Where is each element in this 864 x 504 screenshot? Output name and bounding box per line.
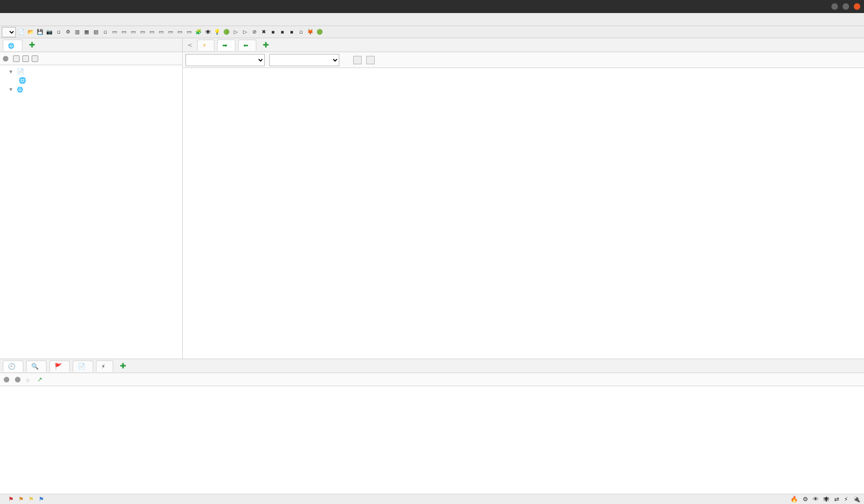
sites-subtoolbar	[0, 52, 182, 65]
scan-active-icon: ⚙	[802, 496, 808, 503]
add-tab-bottom[interactable]: ✚	[116, 361, 130, 370]
flag-info-icon: ⚑	[39, 496, 44, 503]
bottom-pane: 🕘 🔍 🚩 📄 ⚡ ✚ ⌕ ↗	[0, 359, 864, 494]
history-subbar: ⌕ ↗	[0, 373, 864, 386]
tab-hide-icon[interactable]: ▭	[148, 28, 156, 36]
scan-ajax-icon: 🕷	[823, 496, 830, 503]
statusbar: ⚑ ⚑ ⚑ ⚑ 🔥 ⚙ 👁 🕷 ⇄ ⚡ 🔌	[0, 494, 864, 504]
layout-horizontal-icon[interactable]	[353, 56, 362, 64]
main-split: ✚ ▾📄 🌐 ▾ < ⚡ ➡ ⬅ ✚	[0, 38, 864, 359]
window-titlebar	[0, 0, 864, 13]
request-toolbar	[183, 52, 864, 68]
add-tab-right[interactable]: ✚	[259, 41, 273, 49]
tab-expandall-icon[interactable]: ▭	[111, 28, 118, 36]
tab-search[interactable]: 🔍	[26, 361, 47, 372]
scan-fuzz-icon: ⇄	[834, 496, 839, 503]
globe-icon	[8, 42, 14, 49]
layout2-icon[interactable]: ▦	[83, 28, 90, 36]
tab-scroll-left-icon[interactable]: <	[185, 41, 194, 48]
layout1-icon[interactable]: ▥	[74, 28, 81, 36]
tab-quickstart[interactable]: ⚡	[197, 40, 214, 51]
spider-icon[interactable]: 🕷	[204, 28, 212, 36]
scan-forced-icon: ⚡	[844, 496, 848, 503]
link-with-proxy-icon[interactable]	[22, 55, 29, 62]
tab-sites[interactable]	[3, 40, 22, 51]
scan-icon[interactable]: ▷	[241, 28, 249, 36]
menubar	[0, 13, 864, 26]
close-icon[interactable]	[854, 3, 860, 10]
tree-default-context[interactable]: 🌐	[0, 76, 182, 85]
scan-spider-icon: 👁	[813, 496, 819, 503]
right-tabrow: < ⚡ ➡ ⬅ ✚	[183, 38, 864, 52]
break-on-icon[interactable]: ✖	[260, 28, 267, 36]
main-toolbar: 📄 📂 💾 📷 ▫ ⚙ ▥ ▦ ▧ ▫ ▭ ▭ ▭ ▭ ▭ ▭ ▭ ▭ ▭ 🧩 …	[0, 26, 864, 38]
scan-ws-icon: 🔌	[853, 496, 860, 503]
tab-output[interactable]: 📄	[73, 361, 93, 372]
tab-prev-icon[interactable]: ▭	[167, 28, 174, 36]
tab-pin-icon[interactable]: ▭	[130, 28, 137, 36]
flag-high-icon: ⚑	[8, 496, 14, 503]
tab-collapse-icon[interactable]: ▭	[120, 28, 128, 36]
record2-icon[interactable]: 🟢	[316, 28, 323, 36]
header-view-select[interactable]	[185, 54, 265, 66]
body-view-select[interactable]	[269, 54, 339, 66]
request-text[interactable]	[183, 68, 864, 359]
tab-websockets[interactable]: ⚡	[96, 361, 113, 372]
layout3-icon[interactable]: ▧	[92, 28, 100, 36]
tree-sites-root[interactable]: ▾	[0, 85, 182, 94]
show-only-in-scope-icon[interactable]	[13, 55, 20, 62]
history-button1-icon[interactable]	[4, 377, 9, 382]
flag-medium-icon: ⚑	[19, 496, 24, 503]
history-table[interactable]	[0, 386, 864, 494]
bulb-icon[interactable]: 💡	[213, 28, 221, 36]
toolbar-sep2-icon: ▫	[297, 28, 305, 36]
session-icon[interactable]: ▫	[55, 28, 62, 36]
tab-next-icon[interactable]: ▭	[158, 28, 165, 36]
tab-history[interactable]: 🕘	[3, 361, 23, 372]
minimize-icon[interactable]	[831, 3, 838, 10]
record-icon[interactable]: 🟢	[223, 28, 230, 36]
tab-response[interactable]: ⬅	[238, 40, 256, 51]
snapshot-icon[interactable]: 📷	[46, 28, 53, 36]
filter-toggle-icon[interactable]	[3, 56, 8, 61]
tab-alerts[interactable]: 🚩	[49, 361, 70, 372]
flag-low-icon: ⚑	[28, 496, 34, 503]
save-icon[interactable]: 💾	[36, 28, 44, 36]
addons-icon[interactable]: 🧩	[195, 28, 202, 36]
terminal-icon[interactable]: ▪	[288, 28, 295, 36]
globe-icon	[17, 86, 23, 93]
mode-select[interactable]	[2, 27, 16, 37]
break-req-icon[interactable]: ▪	[269, 28, 277, 36]
left-tabrow: ✚	[0, 38, 182, 52]
bottom-tabrow: 🕘 🔍 🚩 📄 ⚡ ✚	[0, 359, 864, 373]
break-resp-icon[interactable]: ▪	[279, 28, 286, 36]
add-tab-left[interactable]: ✚	[25, 41, 39, 49]
settings-icon[interactable]: ⚙	[64, 28, 72, 36]
stop-icon[interactable]: ⊘	[251, 28, 258, 36]
toolbar-sep-icon: ▫	[102, 28, 109, 36]
export-icon: ↗	[37, 376, 42, 383]
open-icon[interactable]: 📂	[27, 28, 34, 36]
tab-show-icon[interactable]: ▭	[139, 28, 146, 36]
maximize-icon[interactable]	[843, 3, 849, 10]
play-icon[interactable]: ▷	[232, 28, 240, 36]
scan-passive-icon: 🔥	[790, 496, 798, 503]
new-icon[interactable]: 📄	[18, 28, 25, 36]
filter-icon[interactable]: ⌕	[26, 376, 30, 383]
history-button2-icon[interactable]	[15, 377, 21, 382]
tab-request[interactable]: ➡	[217, 40, 235, 51]
sites-tree[interactable]: ▾📄 🌐 ▾	[0, 65, 182, 359]
firefox-icon[interactable]: 🦊	[307, 28, 314, 36]
tree-contexts[interactable]: ▾📄	[0, 67, 182, 76]
request-pane: < ⚡ ➡ ⬅ ✚	[183, 38, 864, 359]
sites-pane: ✚ ▾📄 🌐 ▾	[0, 38, 183, 359]
layout-vertical-icon[interactable]	[366, 56, 375, 64]
tab-close-icon[interactable]: ▭	[176, 28, 184, 36]
sites-view-icon[interactable]	[32, 55, 38, 62]
tab-closeall-icon[interactable]: ▭	[185, 28, 193, 36]
